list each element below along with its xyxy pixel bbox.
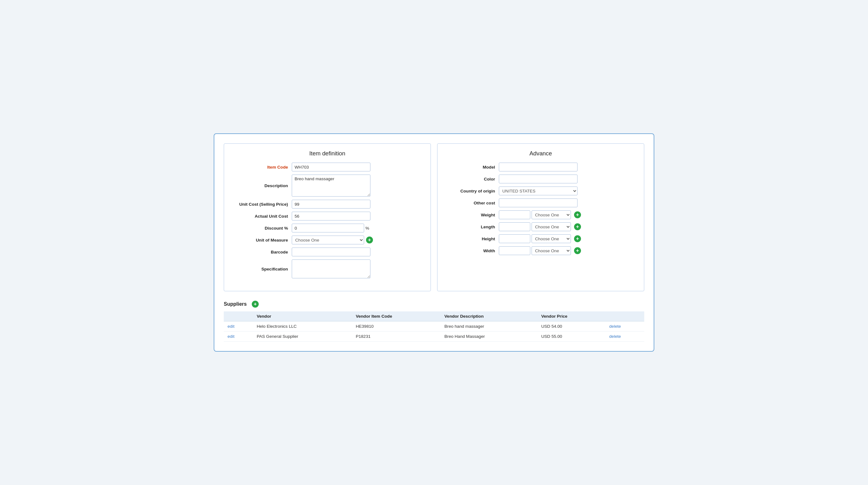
- vendor-price-cell-2: USD 55.00: [537, 331, 606, 342]
- discount-label: Discount %: [234, 226, 292, 231]
- color-label: Color: [447, 177, 499, 182]
- length-input[interactable]: [499, 222, 530, 231]
- table-row: edit Helo Electronics LLC HE39810 Breo h…: [224, 321, 644, 331]
- item-code-label: Item Code: [234, 165, 292, 169]
- length-label: Length: [447, 225, 499, 229]
- actual-unit-cost-label: Actual Unit Cost: [234, 214, 292, 219]
- item-code-row: Item Code: [234, 163, 421, 171]
- vendor-price-cell-1: USD 54.00: [537, 321, 606, 331]
- other-cost-input[interactable]: [499, 198, 578, 207]
- uom-add-button[interactable]: +: [366, 236, 373, 244]
- color-row: Color: [447, 174, 634, 183]
- unit-cost-row: Unit Cost (Selling Price): [234, 200, 421, 208]
- table-row: edit PAS General Supplier P18231 Breo Ha…: [224, 331, 644, 342]
- width-group: Choose One mm cm in +: [499, 246, 581, 255]
- specification-label: Specification: [234, 267, 292, 271]
- actual-unit-cost-row: Actual Unit Cost: [234, 212, 421, 221]
- length-unit-select[interactable]: Choose One mm cm in: [532, 222, 571, 231]
- weight-label: Weight: [447, 213, 499, 217]
- model-input[interactable]: [499, 163, 578, 171]
- weight-group: Choose One kg lb g +: [499, 211, 581, 219]
- item-definition-panel: Item definition Item Code Description Br…: [224, 143, 431, 291]
- vendor-code-cell-2: P18231: [352, 331, 441, 342]
- height-label: Height: [447, 236, 499, 241]
- discount-row: Discount % %: [234, 224, 421, 232]
- unit-cost-input[interactable]: [292, 200, 370, 208]
- other-cost-label: Other cost: [447, 201, 499, 205]
- width-input[interactable]: [499, 246, 530, 255]
- delete-cell-2: delete: [606, 331, 644, 342]
- suppliers-table: Vendor Vendor Item Code Vendor Descripti…: [224, 312, 644, 342]
- vendor-cell-2: PAS General Supplier: [253, 331, 352, 342]
- delete-link-1[interactable]: delete: [609, 324, 621, 329]
- barcode-input[interactable]: [292, 248, 370, 256]
- uom-row: Unit of Measure Choose One +: [234, 235, 421, 245]
- edit-link-1[interactable]: edit: [227, 324, 235, 329]
- country-row: Country of origin UNITED STATES CHINA JA…: [447, 187, 634, 195]
- barcode-row: Barcode: [234, 248, 421, 256]
- suppliers-title: Suppliers: [224, 301, 247, 307]
- vendor-code-cell-1: HE39810: [352, 321, 441, 331]
- suppliers-table-head: Vendor Vendor Item Code Vendor Descripti…: [224, 312, 644, 321]
- edit-link-2[interactable]: edit: [227, 334, 235, 339]
- suppliers-add-button[interactable]: +: [252, 301, 259, 308]
- specification-row: Specification: [234, 259, 421, 278]
- weight-row: Weight Choose One kg lb g +: [447, 211, 634, 219]
- model-label: Model: [447, 165, 499, 169]
- right-panel-title: Advance: [447, 150, 634, 157]
- actual-unit-cost-input[interactable]: [292, 212, 370, 221]
- length-add-button[interactable]: +: [574, 223, 581, 230]
- edit-cell-1: edit: [224, 321, 253, 331]
- width-row: Width Choose One mm cm in +: [447, 246, 634, 255]
- width-add-button[interactable]: +: [574, 247, 581, 254]
- barcode-label: Barcode: [234, 250, 292, 254]
- suppliers-header-row: Vendor Vendor Item Code Vendor Descripti…: [224, 312, 644, 321]
- height-input[interactable]: [499, 234, 530, 243]
- percent-symbol: %: [365, 226, 369, 231]
- delete-link-2[interactable]: delete: [609, 334, 621, 339]
- weight-unit-select[interactable]: Choose One kg lb g: [532, 211, 571, 219]
- height-group: Choose One mm cm in +: [499, 234, 581, 243]
- col-vendor-code-header: Vendor Item Code: [352, 312, 441, 321]
- country-select[interactable]: UNITED STATES CHINA JAPAN GERMANY OTHER: [499, 187, 578, 195]
- uom-select[interactable]: Choose One: [292, 235, 364, 245]
- edit-cell-2: edit: [224, 331, 253, 342]
- width-label: Width: [447, 249, 499, 253]
- vendor-desc-cell-1: Breo hand massager: [441, 321, 537, 331]
- discount-input[interactable]: [292, 224, 364, 232]
- col-delete-header: [606, 312, 644, 321]
- main-container: Item definition Item Code Description Br…: [214, 133, 654, 352]
- delete-cell-1: delete: [606, 321, 644, 331]
- country-label: Country of origin: [447, 189, 499, 193]
- description-label: Description: [234, 183, 292, 188]
- suppliers-section: Suppliers + Vendor Vendor Item Code Vend…: [224, 301, 644, 342]
- col-vendor-desc-header: Vendor Description: [441, 312, 537, 321]
- other-cost-row: Other cost: [447, 198, 634, 207]
- specification-input[interactable]: [292, 259, 370, 278]
- col-vendor-price-header: Vendor Price: [537, 312, 606, 321]
- item-code-input[interactable]: [292, 163, 370, 171]
- height-add-button[interactable]: +: [574, 235, 581, 242]
- suppliers-header: Suppliers +: [224, 301, 644, 308]
- weight-input[interactable]: [499, 211, 530, 219]
- top-section: Item definition Item Code Description Br…: [224, 143, 644, 291]
- advance-panel: Advance Model Color Country of origin UN…: [437, 143, 644, 291]
- discount-group: %: [292, 224, 369, 232]
- col-actions-header: [224, 312, 253, 321]
- uom-label: Unit of Measure: [234, 238, 292, 243]
- height-row: Height Choose One mm cm in +: [447, 234, 634, 243]
- col-vendor-header: Vendor: [253, 312, 352, 321]
- description-input[interactable]: Breo hand massager: [292, 174, 370, 197]
- color-input[interactable]: [499, 174, 578, 183]
- description-row: Description Breo hand massager: [234, 174, 421, 197]
- left-panel-title: Item definition: [234, 150, 421, 157]
- width-unit-select[interactable]: Choose One mm cm in: [532, 246, 571, 255]
- vendor-desc-cell-2: Breo Hand Massager: [441, 331, 537, 342]
- height-unit-select[interactable]: Choose One mm cm in: [532, 234, 571, 243]
- length-group: Choose One mm cm in +: [499, 222, 581, 231]
- suppliers-table-body: edit Helo Electronics LLC HE39810 Breo h…: [224, 321, 644, 342]
- vendor-cell-1: Helo Electronics LLC: [253, 321, 352, 331]
- model-row: Model: [447, 163, 634, 171]
- weight-add-button[interactable]: +: [574, 212, 581, 218]
- unit-cost-label: Unit Cost (Selling Price): [234, 202, 292, 207]
